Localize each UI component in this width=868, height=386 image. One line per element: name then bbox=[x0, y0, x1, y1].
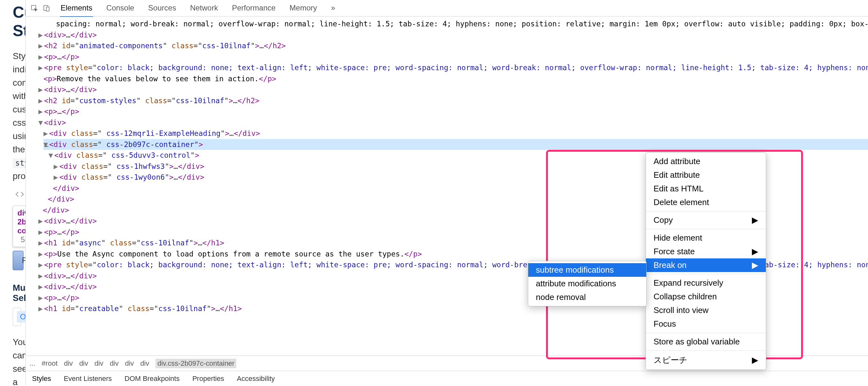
multi-select-heading: Multi Select bbox=[13, 283, 25, 303]
tab-memory[interactable]: Memory bbox=[289, 0, 318, 17]
devtools-bottom-tabs: Styles Event Listeners DOM Breakpoints P… bbox=[26, 371, 868, 386]
dom-node[interactable]: ▶<div class=" css-12mqr1i-ExampleHeading… bbox=[43, 128, 868, 139]
dom-node[interactable]: ▶<p>…</p> bbox=[38, 106, 868, 117]
context-menu-item-store-as-global-variable[interactable]: Store as global variable bbox=[646, 335, 766, 349]
tab-sources[interactable]: Sources bbox=[148, 0, 177, 17]
dom-node[interactable]: ▶<pre style="color: black; background: n… bbox=[38, 62, 868, 73]
dom-node[interactable]: ▶<h2 id="animated-components" class="css… bbox=[38, 40, 868, 52]
bottom-tab-accessibility[interactable]: Accessibility bbox=[237, 375, 275, 383]
context-menu[interactable]: Add attributeEdit attributeEdit as HTMLD… bbox=[646, 152, 766, 370]
breadcrumb-item[interactable]: #root bbox=[41, 359, 57, 367]
breadcrumb-item[interactable]: div bbox=[125, 359, 134, 367]
breadcrumb-item[interactable]: div bbox=[140, 359, 149, 367]
single-select-value: Purple bbox=[22, 256, 25, 265]
code-icon[interactable] bbox=[15, 190, 24, 199]
tooltip-dimensions: 550 × 38 bbox=[21, 235, 25, 244]
tab-network[interactable]: Network bbox=[189, 0, 219, 17]
context-menu-item-copy[interactable]: Copy▶ bbox=[646, 213, 766, 227]
dom-node[interactable]: spacing: normal; word-break: normal; ove… bbox=[38, 19, 868, 30]
svg-rect-2 bbox=[46, 7, 49, 11]
devtools-tabs: Elements Console Sources Network Perform… bbox=[60, 0, 336, 17]
context-menu-item-break-on[interactable]: Break on▶ bbox=[646, 258, 766, 272]
breadcrumb-item[interactable]: div bbox=[110, 359, 119, 367]
inline-code: styles bbox=[13, 158, 25, 168]
device-toggle-icon[interactable] bbox=[41, 3, 51, 13]
bottom-tab-dom-breakpoints[interactable]: DOM Breakpoints bbox=[125, 375, 180, 383]
breadcrumb-item[interactable]: div bbox=[64, 359, 73, 367]
dom-node[interactable]: ▼<div> bbox=[38, 117, 868, 128]
tab-performance[interactable]: Performance bbox=[231, 0, 276, 17]
bottom-tab-styles[interactable]: Styles bbox=[32, 375, 51, 383]
context-submenu-item-node-removal[interactable]: node removal bbox=[528, 291, 646, 304]
single-select[interactable]: Purple bbox=[13, 251, 24, 270]
context-submenu-item-attribute-modifications[interactable]: attribute modifications bbox=[528, 277, 646, 291]
context-menu-separator bbox=[646, 229, 766, 229]
breadcrumb-item[interactable]: div bbox=[79, 359, 88, 367]
dom-node[interactable]: <p>Remove the values below to see them i… bbox=[43, 73, 868, 84]
context-submenu-item-subtree-modifications[interactable]: subtree modifications bbox=[528, 263, 646, 277]
tab-elements[interactable]: Elements bbox=[60, 0, 93, 17]
context-menu-item-scroll-into-view[interactable]: Scroll into view bbox=[646, 303, 766, 317]
dom-node[interactable]: ▶<div>…</div> bbox=[38, 30, 868, 41]
context-menu-item-expand-recursively[interactable]: Expand recursively bbox=[646, 276, 766, 290]
context-menu-item-hide-element[interactable]: Hide element bbox=[646, 231, 766, 245]
context-menu-item-force-state[interactable]: Force state▶ bbox=[646, 245, 766, 258]
context-menu-item-collapse-children[interactable]: Collapse children bbox=[646, 290, 766, 303]
multi-select[interactable]: Ocean✕ Blue✕ ✕ bbox=[13, 307, 21, 326]
dom-node-selected[interactable]: …▼<div class=" css-2b097c-container"> bbox=[43, 139, 868, 150]
documentation-pane: Custom Styles Style individual component… bbox=[0, 0, 25, 386]
dom-node[interactable]: ▶<div>…</div> bbox=[38, 84, 868, 95]
dom-node[interactable]: ▶<h2 id="custom-styles" class="css-10iln… bbox=[38, 95, 868, 106]
context-menu-item-スピーチ[interactable]: スピーチ▶ bbox=[646, 353, 766, 367]
inspect-element-icon[interactable] bbox=[30, 3, 39, 13]
element-inspector-tooltip: div.css-2b097c-container 550 × 38 bbox=[13, 206, 25, 247]
tag-ocean[interactable]: Ocean✕ bbox=[17, 311, 25, 323]
breadcrumb-item[interactable]: div bbox=[95, 359, 103, 367]
bottom-tab-properties[interactable]: Properties bbox=[192, 375, 224, 383]
context-menu-item-focus[interactable]: Focus bbox=[646, 317, 766, 331]
breadcrumb-item-selected[interactable]: div.css-2b097c-container bbox=[155, 359, 236, 368]
context-menu-item-delete-element[interactable]: Delete element bbox=[646, 196, 766, 209]
context-submenu-break-on[interactable]: subtree modificationsattribute modificat… bbox=[528, 261, 647, 306]
context-menu-item-add-attribute[interactable]: Add attribute bbox=[646, 155, 766, 168]
context-menu-separator bbox=[646, 274, 766, 274]
dom-node[interactable]: ▶<p>…</p> bbox=[38, 52, 868, 62]
breadcrumb-item[interactable]: ... bbox=[30, 359, 35, 367]
tab-console[interactable]: Console bbox=[106, 0, 135, 17]
bottom-tab-event-listeners[interactable]: Event Listeners bbox=[64, 375, 112, 383]
section-heading-style bbox=[13, 189, 15, 199]
tab-more[interactable]: » bbox=[330, 0, 336, 17]
context-menu-separator bbox=[646, 333, 766, 333]
devtools-toolbar: Elements Console Sources Network Perform… bbox=[26, 0, 868, 17]
tooltip-class: div.css-2b097c-container bbox=[18, 209, 25, 235]
context-menu-item-edit-attribute[interactable]: Edit attribute bbox=[646, 168, 766, 182]
context-menu-item-edit-as-html[interactable]: Edit as HTML bbox=[646, 182, 766, 196]
context-menu-separator bbox=[646, 211, 766, 211]
